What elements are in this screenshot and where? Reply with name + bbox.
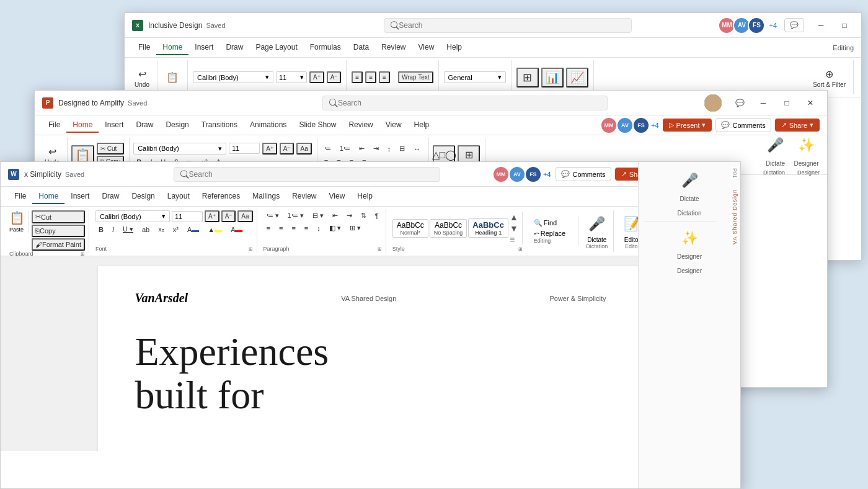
excel-undo-btn[interactable]: ↩ Undo — [132, 65, 152, 89]
ppt-tab-review[interactable]: Review — [342, 118, 379, 133]
excel-tab-data[interactable]: Data — [347, 40, 375, 55]
excel-tab-review[interactable]: Review — [375, 40, 412, 55]
ppt-decrease-indent-btn[interactable]: ⇤ — [356, 143, 368, 154]
word-pilcrow-btn[interactable]: ¶ — [372, 211, 382, 221]
excel-search-bar[interactable] — [384, 18, 632, 33]
ppt-tab-file[interactable]: File — [42, 118, 66, 133]
excel-tab-formulas[interactable]: Formulas — [304, 40, 347, 55]
excel-font-shrink-btn[interactable]: A⁻ — [327, 71, 342, 83]
word-search-bar[interactable] — [174, 167, 440, 182]
word-find-btn[interactable]: 🔍 Find — [534, 219, 573, 227]
word-text-color2-btn[interactable]: A — [228, 225, 246, 235]
ppt-minimize-btn[interactable]: ─ — [754, 96, 773, 110]
word-cut-btn[interactable]: ✂ Cut — [32, 210, 85, 223]
ppt-tab-view[interactable]: View — [379, 118, 408, 133]
word-multi-list-btn[interactable]: ⊟ ▾ — [309, 210, 327, 221]
word-subscript-btn[interactable]: x₂ — [155, 224, 167, 235]
excel-font-selector[interactable]: Calibri (Body) ▾ — [193, 71, 273, 83]
word-styles-expand[interactable]: ⊞ — [518, 246, 523, 252]
excel-tab-view[interactable]: View — [412, 40, 441, 55]
word-font-selector[interactable]: Calibri (Body) ▾ — [95, 210, 170, 222]
word-strikethrough-btn[interactable]: ab — [139, 225, 153, 235]
excel-align-right-btn[interactable]: ≡ — [379, 71, 390, 83]
excel-font-size-selector[interactable]: 11 ▾ — [276, 71, 307, 83]
word-clear-format[interactable]: Aa — [237, 210, 252, 222]
word-align-center[interactable]: ≡ — [276, 223, 286, 233]
excel-tab-help[interactable]: Help — [440, 40, 468, 55]
ppt-tab-transitions[interactable]: Transitions — [195, 118, 244, 133]
excel-comment-btn[interactable]: 💬 — [784, 18, 804, 32]
word-style-normal[interactable]: AaBbCc Normal* — [392, 219, 428, 238]
ppt-clear-format[interactable]: Aa — [296, 143, 311, 155]
excel-chart-btn[interactable]: 📊 — [541, 68, 564, 87]
excel-font-grow-btn[interactable]: A⁺ — [309, 71, 324, 83]
excel-tab-pagelayout[interactable]: Page Layout — [249, 40, 303, 55]
excel-tab-draw[interactable]: Draw — [219, 40, 249, 55]
word-copy-btn[interactable]: ⎘ Copy — [32, 225, 85, 237]
excel-table-btn[interactable]: ⊞ — [516, 68, 539, 87]
word-paste-btn[interactable]: 📋 — [9, 210, 25, 225]
word-bullet-btn[interactable]: ≔ ▾ — [264, 210, 282, 221]
excel-sort-filter-btn[interactable]: ⊕ Sort & Filter — [810, 65, 848, 89]
word-font-expand[interactable]: ⊞ — [249, 246, 253, 252]
word-tab-references[interactable]: References — [196, 189, 246, 204]
ppt-search-bar[interactable] — [322, 96, 608, 110]
word-tab-review[interactable]: Review — [286, 189, 322, 204]
word-style-expand[interactable]: ≡ — [510, 235, 518, 244]
word-justify[interactable]: ≡ — [301, 223, 311, 233]
word-numbered-btn[interactable]: 1≔ ▾ — [285, 210, 307, 221]
word-style-down-chevron[interactable]: ▼ — [510, 223, 518, 233]
word-format-paint-btn[interactable]: 🖌 Format Paint — [32, 238, 85, 251]
ppt-tab-draw[interactable]: Draw — [130, 118, 159, 133]
ppt-chat-btn[interactable]: 💬 — [730, 96, 749, 110]
word-italic-btn[interactable]: I — [109, 225, 117, 235]
word-style-heading1[interactable]: AaBbCc Heading 1 — [468, 218, 508, 238]
excel-tab-home[interactable]: Home — [156, 40, 188, 55]
excel-number-format[interactable]: General ▾ — [444, 71, 506, 83]
word-tab-mailings[interactable]: Mailings — [246, 189, 286, 204]
excel-align-center-btn[interactable]: ≡ — [365, 71, 376, 83]
word-highlight-btn[interactable]: ▲ — [205, 225, 225, 235]
word-style-up-chevron[interactable]: ▲ — [510, 212, 518, 222]
ppt-share-btn[interactable]: ↗ Share ▾ — [775, 119, 820, 132]
ppt-maximize-btn[interactable]: □ — [777, 96, 796, 110]
ppt-close-btn[interactable]: ✕ — [801, 96, 820, 110]
ppt-cut-btn[interactable]: ✂ Cut — [97, 143, 124, 155]
word-tab-design[interactable]: Design — [125, 189, 161, 204]
word-tab-help[interactable]: Help — [351, 189, 379, 204]
ppt-font-shrink[interactable]: A⁻ — [280, 143, 294, 155]
word-increase-indent[interactable]: ⇥ — [343, 210, 355, 221]
word-bold-btn[interactable]: B — [95, 225, 107, 235]
ppt-comments-btn[interactable]: 💬 Comments — [715, 118, 771, 132]
word-comments-btn[interactable]: 💬 Comments — [556, 167, 611, 181]
word-align-left[interactable]: ≡ — [264, 223, 273, 233]
ppt-tab-animations[interactable]: Animations — [244, 118, 293, 133]
word-tab-layout[interactable]: Layout — [161, 189, 196, 204]
excel-search-input[interactable] — [399, 21, 625, 30]
word-font-size[interactable]: 11 — [172, 211, 203, 222]
ppt-font-selector[interactable]: Calibri (Body) ▾ — [133, 143, 226, 155]
excel-tab-file[interactable]: File — [132, 40, 156, 55]
excel-tab-insert[interactable]: Insert — [188, 40, 219, 55]
word-line-spacing-btn[interactable]: ↕ — [314, 223, 324, 233]
word-font-grow[interactable]: A⁺ — [205, 210, 219, 222]
word-sidebar-designer[interactable]: ✨ Designer — [644, 227, 735, 260]
word-main-text[interactable]: Experiences built for — [135, 330, 606, 418]
excel-align-left-btn[interactable]: ≡ — [352, 71, 363, 83]
ppt-text-dir-btn[interactable]: ↔ — [410, 144, 423, 154]
ppt-bullet-btn[interactable]: ≔ — [321, 143, 334, 154]
ppt-tab-insert[interactable]: Insert — [99, 118, 130, 133]
word-sort-btn[interactable]: ⇅ — [358, 210, 370, 221]
ppt-line-spacing-btn[interactable]: ↕ — [384, 144, 394, 154]
ppt-font-size[interactable]: 11 — [229, 143, 260, 154]
word-sidebar-dictate[interactable]: 🎤 Dictate — [644, 169, 735, 202]
excel-sparkline-btn[interactable]: 📈 — [566, 68, 588, 87]
word-style-no-spacing[interactable]: AaBbCc No Spacing — [430, 219, 467, 238]
word-tab-view[interactable]: View — [323, 189, 352, 204]
ppt-search-input[interactable] — [338, 99, 601, 107]
ppt-tab-help[interactable]: Help — [408, 118, 436, 133]
word-shading-btn[interactable]: ◧ ▾ — [326, 223, 344, 233]
excel-wrap-text-btn[interactable]: Wrap Text — [398, 71, 433, 83]
word-align-right[interactable]: ≡ — [288, 223, 298, 233]
excel-maximize-btn[interactable]: □ — [835, 18, 854, 33]
